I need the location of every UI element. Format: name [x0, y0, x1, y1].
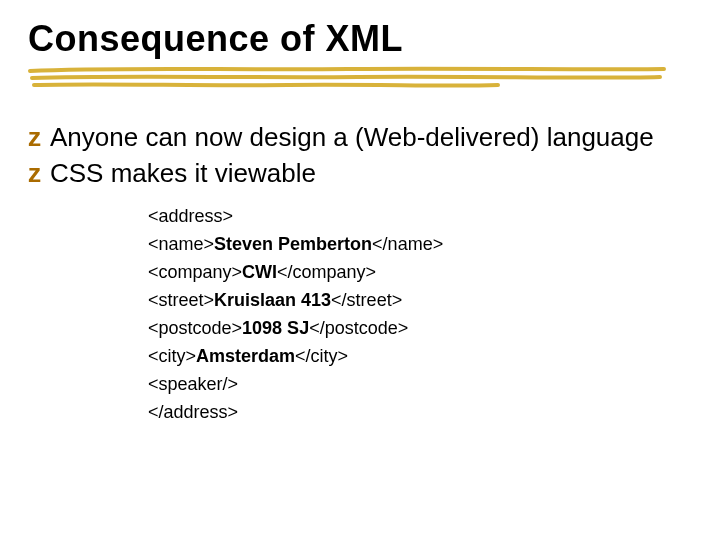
slide: Consequence of XML z Anyone can now desi… — [0, 0, 720, 540]
code-line: <city>Amsterdam</city> — [148, 342, 692, 370]
title-underline — [28, 66, 668, 92]
list-item: z Anyone can now design a (Web-delivered… — [28, 120, 692, 154]
bullet-text: Anyone can now design a (Web-delivered) … — [50, 120, 654, 154]
bullet-icon: z — [28, 120, 48, 154]
code-line: <name>Steven Pemberton</name> — [148, 230, 692, 258]
code-line: <street>Kruislaan 413</street> — [148, 286, 692, 314]
code-block: <address> <name>Steven Pemberton</name> … — [148, 202, 692, 426]
bullet-icon: z — [28, 156, 48, 190]
code-line: </address> — [148, 398, 692, 426]
code-line: <postcode>1098 SJ</postcode> — [148, 314, 692, 342]
bullet-text: CSS makes it viewable — [50, 156, 316, 190]
code-line: <speaker/> — [148, 370, 692, 398]
list-item: z CSS makes it viewable — [28, 156, 692, 190]
code-line: <company>CWI</company> — [148, 258, 692, 286]
scribble-underline-icon — [28, 66, 668, 92]
bullet-list: z Anyone can now design a (Web-delivered… — [28, 120, 692, 190]
code-line: <address> — [148, 202, 692, 230]
page-title: Consequence of XML — [28, 18, 692, 60]
